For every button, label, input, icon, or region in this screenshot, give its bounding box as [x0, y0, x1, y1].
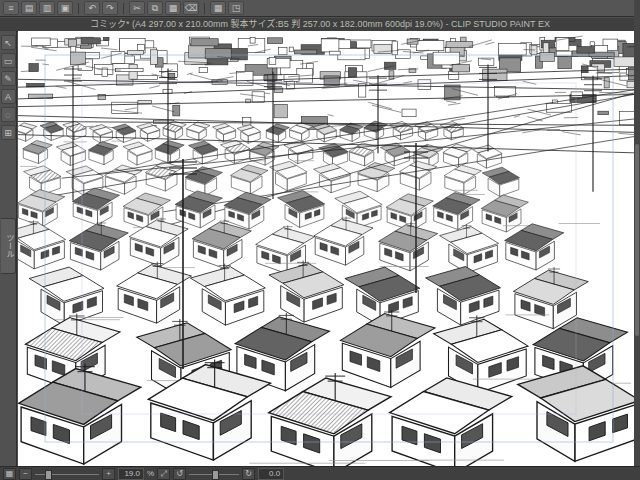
zoom-out-button[interactable]: −	[19, 468, 32, 480]
fit-to-screen-button[interactable]: ⤢	[157, 468, 170, 480]
rotation-value: 0.0	[258, 468, 284, 480]
delete-icon[interactable]: ⌫	[183, 1, 199, 15]
text-tool-icon[interactable]: A	[1, 89, 16, 104]
navigator-icon[interactable]: ▦	[3, 468, 16, 480]
eyedropper-tool-icon[interactable]: ◌	[1, 107, 16, 122]
marquee-select-icon[interactable]: ▭	[1, 53, 16, 68]
redo-icon[interactable]: ↷	[102, 1, 118, 15]
main-menu-icon[interactable]: ≡	[3, 1, 19, 15]
paste-icon[interactable]: ▦	[165, 1, 181, 15]
toolbar-separator	[123, 3, 124, 14]
toolbar-separator	[204, 3, 205, 14]
grid-tool-icon[interactable]: ⊞	[1, 125, 16, 140]
zoom-value: 19.0	[118, 468, 144, 480]
toolbar-separator	[78, 3, 79, 14]
clip-studio-paint-window: ≡▤▥▣↶↷✂⧉▦⌫▦◳ コミック* (A4 297.00 x 210.00mm…	[0, 0, 640, 480]
select-arrow-icon[interactable]: ↖	[1, 35, 16, 50]
pen-tool-icon[interactable]: ✎	[1, 71, 16, 86]
copy-icon[interactable]: ⧉	[147, 1, 163, 15]
vertical-scrollbar[interactable]	[634, 0, 640, 480]
cut-icon[interactable]: ✂	[129, 1, 145, 15]
open-file-icon[interactable]: ▥	[39, 1, 55, 15]
rotate-right-button[interactable]: ↻	[242, 468, 255, 480]
new-canvas-icon[interactable]: ▤	[21, 1, 37, 15]
command-bar: ≡▤▥▣↶↷✂⧉▦⌫▦◳	[0, 0, 640, 17]
document-title: コミック* (A4 297.00 x 210.00mm 製本サイズ:B5 判 2…	[90, 19, 550, 29]
rotation-slider[interactable]	[189, 469, 239, 479]
save-file-icon[interactable]: ▣	[57, 1, 73, 15]
document-title-bar: コミック* (A4 297.00 x 210.00mm 製本サイズ:B5 判 2…	[0, 18, 640, 32]
palette-tab-label: ツール	[5, 234, 14, 258]
zoom-slider[interactable]	[35, 469, 99, 479]
rotation-slider-thumb[interactable]	[212, 470, 219, 480]
vertical-scrollbar-thumb[interactable]	[635, 144, 639, 336]
collapsed-palette-tab[interactable]: ツール	[1, 218, 16, 274]
undo-icon[interactable]: ↶	[84, 1, 100, 15]
status-bar: ▦ − + 19.0 % ⤢ ↺ ↻ 0.0	[0, 466, 640, 480]
zoom-unit: %	[147, 469, 154, 478]
grid-toggle-icon[interactable]: ▦	[210, 1, 226, 15]
snap-toggle-icon[interactable]: ◳	[228, 1, 244, 15]
canvas-viewport[interactable]	[18, 31, 640, 466]
rotate-left-button[interactable]: ↺	[173, 468, 186, 480]
zoom-in-button[interactable]: +	[102, 468, 115, 480]
comic-page-artwork[interactable]	[18, 31, 640, 466]
zoom-slider-thumb[interactable]	[45, 470, 52, 480]
